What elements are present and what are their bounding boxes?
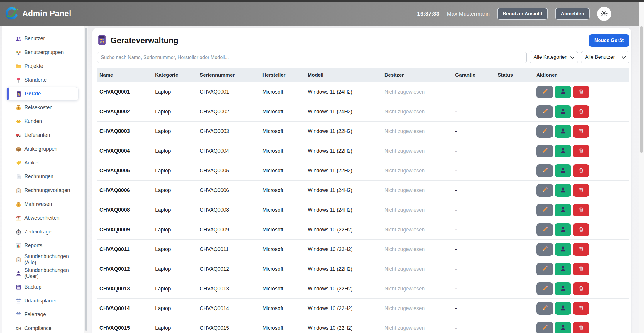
money-bag-icon: $	[16, 105, 21, 111]
sidebar-item-stundenbuchungen-user[interactable]: Stundenbuchungen (User)	[6, 266, 77, 280]
pencil-icon	[542, 246, 548, 253]
delete-button[interactable]	[573, 164, 589, 177]
assign-user-button[interactable]	[555, 263, 571, 275]
page-scrollbar[interactable]	[639, 2, 644, 333]
sidebar-item-benutzer[interactable]: Benutzer	[6, 32, 77, 46]
table-row: CHVAQ0009 Laptop CHVAQ0009 Microsoft Win…	[97, 220, 629, 240]
assign-user-button[interactable]	[555, 282, 571, 295]
edit-button[interactable]	[536, 243, 553, 256]
assign-user-button[interactable]	[555, 164, 571, 177]
trash-icon	[578, 187, 584, 194]
device-grid-icon	[97, 35, 107, 47]
edit-button[interactable]	[536, 204, 553, 216]
column-header-besitzer: Besitzer	[382, 68, 453, 82]
edit-button[interactable]	[536, 282, 553, 295]
sidebar-scrollbar[interactable]	[84, 26, 88, 333]
edit-button[interactable]	[536, 164, 553, 177]
assign-user-button[interactable]	[555, 302, 571, 315]
sidebar-item-lieferanten[interactable]: Lieferanten	[6, 128, 77, 142]
delete-button[interactable]	[573, 322, 589, 333]
assign-user-button[interactable]	[555, 223, 571, 236]
edit-button[interactable]	[536, 145, 553, 157]
table-row: CHVAQ0015 Laptop CHVAQ0015 Microsoft Win…	[97, 318, 629, 333]
delete-button[interactable]	[573, 86, 589, 98]
pencil-icon	[542, 128, 548, 135]
app-title: Admin Panel	[22, 9, 71, 18]
assign-user-button[interactable]	[555, 105, 571, 118]
delete-button[interactable]	[573, 184, 589, 197]
sidebar-item-compliance[interactable]: CH Compliance	[6, 322, 77, 333]
sidebar-item-projekte[interactable]: Projekte	[6, 59, 77, 73]
delete-button[interactable]	[573, 243, 589, 256]
edit-button[interactable]	[536, 86, 553, 98]
sidebar-item-benutzergruppen[interactable]: Benutzergruppen	[6, 46, 77, 59]
sidebar-menu: Benutzer Benutzergruppen Projekte Stando…	[2, 26, 84, 333]
sun-icon	[600, 9, 608, 18]
assign-user-button[interactable]	[555, 145, 571, 157]
sidebar-item-artikelgruppen[interactable]: Artikelgruppen	[6, 142, 77, 156]
sidebar-item-kunden[interactable]: Kunden	[6, 115, 77, 128]
delete-button[interactable]	[573, 105, 589, 118]
logout-button[interactable]: Abmelden	[555, 8, 590, 20]
assign-user-button[interactable]	[555, 243, 571, 256]
sidebar-item-abwesenheiten[interactable]: Abwesenheiten	[6, 211, 77, 225]
sidebar-item-stundenbuchungen-alle[interactable]: Stundenbuchungen (Alle)	[6, 253, 77, 266]
edit-button[interactable]	[536, 322, 553, 333]
device-management-card: Geräteverwaltung Neues Gerät Alle Katego…	[92, 28, 631, 333]
page-scrollbar-thumb[interactable]	[640, 26, 643, 153]
assign-user-button[interactable]	[555, 322, 571, 333]
card-header: Geräteverwaltung Neues Gerät	[92, 28, 631, 47]
category-filter-select[interactable]: Alle Kategorien	[530, 51, 578, 63]
delete-button[interactable]	[573, 145, 589, 157]
delete-button[interactable]	[573, 302, 589, 315]
sidebar-item-reports[interactable]: Reports	[6, 239, 77, 253]
pencil-icon	[542, 285, 548, 292]
user-icon	[560, 128, 566, 135]
edit-button[interactable]	[536, 184, 553, 197]
column-header-seriennummer: Seriennummer	[197, 68, 260, 82]
pencil-icon	[542, 167, 548, 174]
assign-user-button[interactable]	[555, 86, 571, 98]
delete-button[interactable]	[573, 282, 589, 295]
trash-icon	[578, 88, 584, 96]
row-actions	[536, 302, 629, 315]
trash-icon	[578, 265, 584, 273]
table-row: CHVAQ0003 Laptop CHVAQ0003 Microsoft Win…	[97, 122, 629, 141]
search-input[interactable]	[97, 52, 527, 63]
edit-button[interactable]	[536, 223, 553, 236]
sidebar-item-backup[interactable]: Backup	[6, 280, 77, 294]
edit-button[interactable]	[536, 263, 553, 275]
user-filter-select[interactable]: Alle Benutzer	[581, 51, 629, 63]
row-actions	[536, 105, 629, 118]
assign-user-button[interactable]	[555, 184, 571, 197]
delete-button[interactable]	[573, 223, 589, 236]
sidebar-item-geräte[interactable]: Geräte	[6, 87, 79, 101]
edit-button[interactable]	[536, 125, 553, 138]
edit-button[interactable]	[536, 105, 553, 118]
trash-icon	[578, 167, 584, 174]
delete-button[interactable]	[573, 125, 589, 138]
assign-user-button[interactable]	[555, 204, 571, 216]
new-device-button[interactable]: Neues Gerät	[589, 34, 629, 47]
sidebar-item-feiertage[interactable]: Feiertage	[6, 308, 77, 322]
sidebar-item-rechnungsvorlagen[interactable]: Rechnungsvorlagen	[6, 184, 77, 197]
sidebar-item-artikel[interactable]: Artikel	[6, 156, 77, 170]
sidebar-item-reisekosten[interactable]: $ Reisekosten	[6, 101, 77, 115]
sidebar-item-rechnungen[interactable]: Rechnungen	[6, 170, 77, 184]
sidebar-scrollbar-thumb[interactable]	[85, 28, 87, 331]
edit-button[interactable]	[536, 302, 553, 315]
sidebar-item-mahnwesen[interactable]: $ Mahnwesen	[6, 197, 77, 211]
row-actions	[536, 243, 629, 256]
pencil-icon	[542, 187, 548, 194]
clipboard-icon	[16, 188, 21, 194]
row-actions	[536, 204, 629, 216]
delete-button[interactable]	[573, 204, 589, 216]
delete-button[interactable]	[573, 263, 589, 275]
assign-user-button[interactable]	[555, 125, 571, 138]
sidebar-item-standorte[interactable]: Standorte	[6, 73, 77, 87]
theme-toggle-button[interactable]	[597, 7, 611, 21]
sidebar-item-zeiteinträge[interactable]: Zeiteinträge	[6, 225, 77, 239]
sidebar-item-urlaubsplaner[interactable]: Urlaubsplaner	[6, 294, 77, 308]
user-view-button[interactable]: Benutzer Ansicht	[497, 8, 548, 20]
table-row: CHVAQ0011 Laptop CHVAQ0011 Microsoft Win…	[97, 240, 629, 259]
